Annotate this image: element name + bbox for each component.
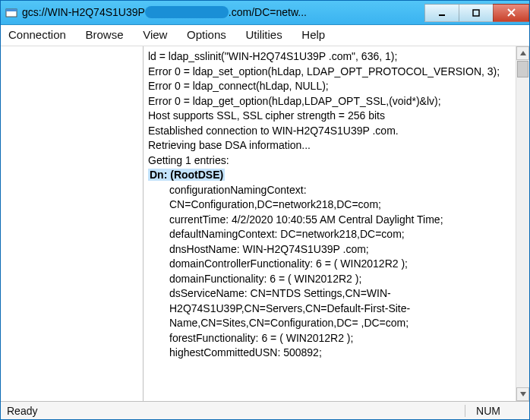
menubar: Connection Browse View Options Utilities…: [1, 25, 529, 46]
titlebar: gcs://WIN-H2Q74S1U39P.com/DC=netw...: [1, 1, 529, 25]
output-line: configurationNamingContext: CN=Configura…: [148, 183, 513, 213]
tree-pane[interactable]: [1, 46, 144, 401]
vertical-scrollbar[interactable]: [516, 46, 529, 401]
output-line: forestFunctionality: 6 = ( WIN2012R2 );: [148, 331, 513, 346]
output-line: Error 0 = ldap_set_option(hLdap, LDAP_OP…: [148, 65, 513, 80]
output-line: Error 0 = ldap_get_option(hLdap,LDAP_OPT…: [148, 94, 513, 109]
status-numlock: NUM: [465, 405, 523, 417]
window-title: gcs://WIN-H2Q74S1U39P.com/DC=netw...: [22, 6, 425, 19]
output-line: defaultNamingContext: DC=network218,DC=c…: [148, 227, 513, 242]
close-button[interactable]: [493, 4, 529, 22]
window-buttons: [425, 4, 529, 22]
output-pane[interactable]: ld = ldap_sslinit("WIN-H2Q74S1U39P .com"…: [144, 46, 516, 401]
statusbar: Ready NUM: [1, 401, 529, 419]
menu-help[interactable]: Help: [301, 28, 325, 41]
output-line: highestCommittedUSN: 500892;: [148, 346, 513, 361]
output-line: dsServiceName: CN=NTDS Settings,CN=WIN-H…: [148, 286, 513, 331]
menu-view[interactable]: View: [143, 28, 167, 41]
title-prefix: gcs://WIN-H2Q74S1U39P: [22, 6, 145, 18]
output-line: Host supports SSL, SSL cipher strength =…: [148, 109, 513, 124]
menu-connection[interactable]: Connection: [8, 28, 66, 41]
menu-browse[interactable]: Browse: [86, 28, 124, 41]
app-icon: [5, 7, 17, 19]
title-suffix: .com/DC=netw...: [229, 6, 307, 18]
output-line-dn: Dn: (RootDSE): [148, 168, 513, 183]
output-line: Retrieving base DSA information...: [148, 138, 513, 153]
scroll-track[interactable]: [516, 78, 529, 387]
output-pane-wrapper: ld = ldap_sslinit("WIN-H2Q74S1U39P .com"…: [144, 46, 529, 401]
output-line: dnsHostName: WIN-H2Q74S1U39P .com;: [148, 242, 513, 257]
output-line: Getting 1 entries:: [148, 153, 513, 169]
minimize-button[interactable]: [424, 4, 459, 22]
maximize-button[interactable]: [459, 4, 494, 22]
menu-utilities[interactable]: Utilities: [245, 28, 282, 41]
svg-marker-7: [520, 392, 526, 396]
scroll-down-button[interactable]: [516, 387, 529, 401]
workspace: ld = ldap_sslinit("WIN-H2Q74S1U39P .com"…: [1, 46, 529, 401]
status-ready: Ready: [7, 405, 465, 417]
output-line: domainControllerFunctionality: 6 = ( WIN…: [148, 257, 513, 272]
svg-rect-3: [473, 10, 479, 16]
redaction-mark: [145, 6, 229, 18]
svg-rect-1: [6, 9, 17, 11]
scroll-up-button[interactable]: [516, 46, 529, 60]
output-line: Established connection to WIN-H2Q74S1U39…: [148, 124, 513, 139]
rootdse-highlight: Dn: (RootDSE): [148, 169, 225, 181]
output-line: ld = ldap_sslinit("WIN-H2Q74S1U39P .com"…: [148, 49, 513, 65]
output-line: currentTime: 4/2/2020 10:40:55 AM Centra…: [148, 213, 513, 228]
scroll-thumb[interactable]: [517, 61, 528, 77]
output-line: Error 0 = ldap_connect(hLdap, NULL);: [148, 79, 513, 94]
menu-options[interactable]: Options: [187, 28, 226, 41]
output-line: domainFunctionality: 6 = ( WIN2012R2 );: [148, 272, 513, 287]
svg-marker-6: [520, 51, 526, 55]
